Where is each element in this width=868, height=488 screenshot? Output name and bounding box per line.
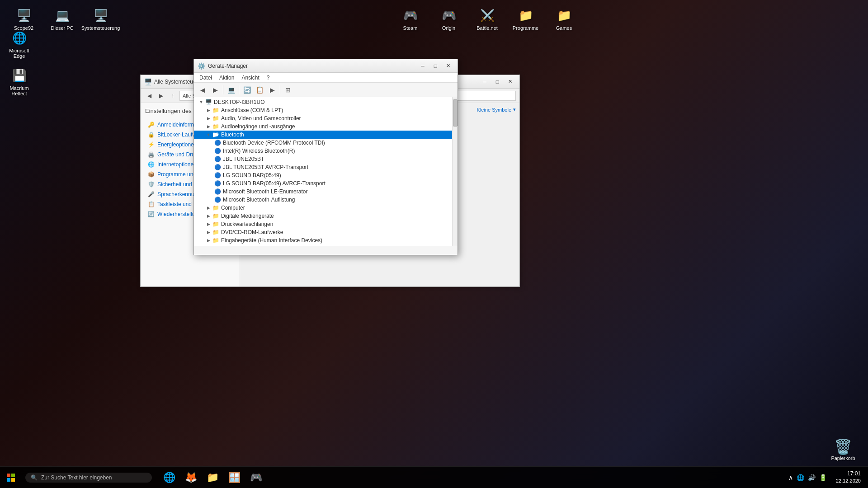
steam-icon: 🎮	[402, 7, 419, 24]
taskbar-app-firefox-icon: 🦊	[185, 472, 197, 483]
dm-maximize-button[interactable]: □	[429, 61, 441, 70]
taskbar-tray: ∧ 🌐 🔊 🔋 17:01 22.12.2020	[785, 470, 868, 484]
taskbar-app-store[interactable]: 🪟	[224, 468, 244, 488]
dm-item-label: Computer	[221, 205, 245, 211]
taskbar-app-edge-icon: 🌐	[163, 472, 175, 483]
cp-item-icon: 🖨️	[148, 151, 155, 158]
dm-item-bt-ms-le[interactable]: 🔵 Microsoft Bluetooth LE-Enumerator	[194, 188, 452, 196]
dm-expander[interactable]: ▶	[205, 237, 212, 244]
dm-folder-icon: 📁	[212, 107, 219, 114]
dm-scrollbar[interactable]	[452, 97, 458, 246]
taskbar: 🔍 Zur Suche Text hier eingeben 🌐 🦊 📁 🪟 🎮	[0, 466, 868, 488]
dm-scrollbar-thumb[interactable]	[453, 99, 458, 127]
dm-minimize-button[interactable]: ─	[417, 61, 429, 70]
start-button[interactable]	[0, 467, 22, 488]
dm-tree[interactable]: ▼ 🖥️ DESKTOP-I3BR1UO ▶ 📁 Anschlüsse (COM…	[194, 97, 452, 246]
dm-root-expander[interactable]: ▼	[198, 99, 205, 106]
dm-tool-enable[interactable]: ▶	[266, 84, 278, 96]
dm-expander[interactable]: ▶	[205, 204, 212, 211]
dm-titlebar-icon: ⚙️	[198, 62, 205, 70]
dm-expander[interactable]: ▶	[205, 123, 212, 130]
taskbar-clock[interactable]: 17:01 22.12.2020	[832, 470, 864, 484]
dm-item-bt-jbl2[interactable]: 🔵 JBL TUNE205BT AVRCP-Transport	[194, 163, 452, 171]
dm-expander[interactable]: ▶	[205, 212, 212, 220]
dm-item-computer[interactable]: ▶ 📁 Computer	[194, 204, 452, 212]
dm-item-bt-lg2[interactable]: 🔵 LG SOUND BAR(05:49) AVRCP-Transport	[194, 179, 452, 188]
cp-item-label: Internetoptionen	[157, 161, 197, 168]
dm-item-anschluesse[interactable]: ▶ 📁 Anschlüsse (COM & LPT)	[194, 106, 452, 114]
svg-rect-1	[11, 474, 15, 477]
dieser-pc-icon: 💻	[54, 7, 71, 24]
dm-expander[interactable]: ▶	[205, 107, 212, 114]
taskbar-app-steam[interactable]: 🎮	[246, 468, 266, 488]
tray-battery-icon[interactable]: 🔋	[819, 474, 827, 481]
dm-tool-properties[interactable]: 📋	[254, 84, 265, 96]
desktop-icon-dieser-pc[interactable]: 💻 Dieser PC	[45, 5, 79, 33]
taskbar-app-explorer[interactable]: 🌐	[159, 468, 179, 488]
dm-menu-datei[interactable]: Datei	[196, 74, 216, 82]
cp-minimize-button[interactable]: ─	[479, 77, 491, 86]
dm-bt-icon: 🔵	[214, 147, 221, 155]
dm-separator-3	[280, 85, 280, 94]
dm-tool-forward[interactable]: ▶	[209, 84, 221, 96]
systemsteuerung-icon: 🖥️	[92, 7, 109, 24]
desktop-icon-edge[interactable]: 🌐 Microsoft Edge	[2, 27, 36, 61]
desktop-icon-macrium[interactable]: 💾 Macrium Reflect	[2, 65, 36, 99]
cp-maximize-button[interactable]: □	[491, 77, 503, 86]
dm-tool-back[interactable]: ◀	[197, 84, 208, 96]
dm-item-bt-jbl1[interactable]: 🔵 JBL TUNE205BT	[194, 155, 452, 163]
dm-tool-computer[interactable]: 💻	[225, 84, 237, 96]
dm-expander[interactable]: ▶	[205, 229, 212, 236]
dm-item-bt-rfcomm[interactable]: 🔵 Bluetooth Device (RFCOMM Protocol TDI)	[194, 139, 452, 147]
dm-root-node[interactable]: ▼ 🖥️ DESKTOP-I3BR1UO	[194, 98, 452, 106]
taskbar-search-box[interactable]: 🔍 Zur Suche Text hier eingeben	[25, 473, 152, 483]
dm-tool-update[interactable]: 🔄	[241, 84, 253, 96]
dm-menu-aktion[interactable]: Aktion	[216, 74, 238, 82]
dm-item-digitale-medien[interactable]: ▶ 📁 Digitale Mediengeräte	[194, 212, 452, 220]
dm-item-eingabegeraete[interactable]: ▶ 📁 Eingabegeräte (Human Interface Devic…	[194, 236, 452, 244]
left-desktop-icons: 🌐 Microsoft Edge 💾 Macrium Reflect	[2, 2, 36, 99]
desktop-icon-papierkorb[interactable]: 🗑️ Papierkorb	[827, 438, 859, 461]
dm-item-bt-ms-auflistung[interactable]: 🔵 Microsoft Bluetooth-Auflistung	[194, 196, 452, 204]
dm-item-audioeingaenge[interactable]: ▶ 📁 Audioeingänge und -ausgänge	[194, 122, 452, 131]
desktop-icon-steam[interactable]: 🎮 Steam	[393, 5, 427, 33]
dm-tool-grid[interactable]: ⊞	[282, 84, 294, 96]
dm-item-audio[interactable]: ▶ 📁 Audio, Video und Gamecontroller	[194, 114, 452, 122]
dm-item-bluetooth[interactable]: ▼ 📂 Bluetooth	[194, 131, 452, 139]
dm-close-button[interactable]: ✕	[442, 61, 454, 70]
dm-bluetooth-folder-icon: 📂	[212, 131, 219, 138]
dm-menu-help[interactable]: ?	[263, 74, 274, 82]
taskbar-app-steam-icon: 🎮	[250, 472, 262, 483]
dm-menu-ansicht[interactable]: Ansicht	[238, 74, 263, 82]
cp-up-button[interactable]: ↑	[168, 91, 178, 101]
dm-item-bt-lg1[interactable]: 🔵 LG SOUND BAR(05:49)	[194, 171, 452, 179]
desktop-icon-origin[interactable]: 🎮 Origin	[432, 5, 466, 33]
dm-item-label: Druckwarteschlangen	[221, 221, 273, 227]
clock-time: 17:01	[836, 470, 861, 478]
macrium-icon: 💾	[11, 67, 28, 84]
svg-rect-2	[7, 478, 10, 482]
top-desktop-icons: 🖥️ Scope92 💻 Dieser PC 🖥️ Systemsteuerun…	[0, 2, 588, 35]
view-option-dropdown[interactable]: Kleine Symbole ▾	[477, 107, 516, 113]
cp-close-button[interactable]: ✕	[504, 77, 516, 86]
dm-expander[interactable]: ▶	[205, 221, 212, 228]
taskbar-app-firefox[interactable]: 🦊	[181, 468, 201, 488]
tray-chevron-icon[interactable]: ∧	[788, 474, 793, 481]
cp-back-button[interactable]: ◀	[144, 91, 154, 101]
taskbar-app-folder[interactable]: 📁	[203, 468, 222, 488]
desktop-icon-games[interactable]: 📁 Games	[547, 5, 581, 33]
tray-network-icon[interactable]: 🌐	[797, 474, 804, 481]
dm-item-dvd[interactable]: ▶ 📁 DVD/CD-ROM-Laufwerke	[194, 228, 452, 236]
dm-item-bt-intel[interactable]: 🔵 Intel(R) Wireless Bluetooth(R)	[194, 147, 452, 155]
programme-icon: 📁	[517, 7, 534, 24]
dm-expander[interactable]: ▼	[205, 131, 212, 138]
cp-forward-button[interactable]: ▶	[156, 91, 166, 101]
desktop-icon-programme[interactable]: 📁 Programme	[509, 5, 542, 33]
tray-volume-icon[interactable]: 🔊	[808, 474, 816, 481]
dm-expander[interactable]: ▶	[205, 115, 212, 122]
desktop-icon-systemsteuerung[interactable]: 🖥️ Systemsteuerung	[84, 5, 118, 33]
dm-toolbar: ◀ ▶ 💻 🔄 📋 ▶ ⊞	[194, 83, 458, 97]
desktop-icon-battlenet[interactable]: ⚔️ Battle.net	[470, 5, 504, 33]
dm-item-label: LG SOUND BAR(05:49) AVRCP-Transport	[223, 180, 326, 187]
dm-item-druckwarteschlangen[interactable]: ▶ 📁 Druckwarteschlangen	[194, 220, 452, 228]
